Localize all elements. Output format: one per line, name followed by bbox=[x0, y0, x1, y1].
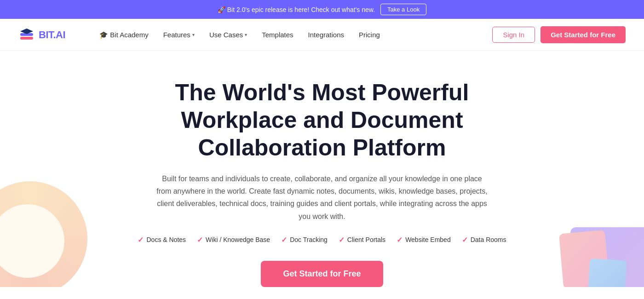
banner-text: 🚀 Bit 2.0's epic release is here! Check … bbox=[218, 6, 375, 13]
use-cases-chevron: ▾ bbox=[245, 32, 247, 37]
nav-getstarted-button[interactable]: Get Started for Free bbox=[540, 26, 626, 43]
nav-item-bit-academy[interactable]: 🎓 Bit Academy bbox=[93, 27, 155, 43]
nav-item-features[interactable]: Features ▾ bbox=[157, 27, 201, 42]
deco-shapes-right bbox=[534, 200, 644, 287]
logo-text: BIT.AI bbox=[39, 29, 65, 41]
nav-links: 🎓 Bit Academy Features ▾ Use Cases ▾ Tem… bbox=[93, 27, 492, 43]
logo[interactable]: BIT.AI bbox=[18, 27, 65, 43]
features-chevron: ▾ bbox=[192, 32, 195, 37]
svg-rect-0 bbox=[20, 37, 33, 40]
feature-wiki-kb: ✓ Wiki / Knowedge Base bbox=[197, 236, 270, 244]
hero-section: The World's Most Powerful Workplace and … bbox=[0, 51, 644, 287]
nav-item-templates[interactable]: Templates bbox=[255, 27, 299, 42]
nav-actions: Sign In Get Started for Free bbox=[492, 26, 626, 43]
check-icon-portals: ✓ bbox=[339, 236, 345, 244]
check-icon-wiki: ✓ bbox=[197, 236, 203, 244]
signin-button[interactable]: Sign In bbox=[492, 27, 535, 43]
banner-cta-button[interactable]: Take a Look bbox=[380, 4, 426, 15]
main-navbar: BIT.AI 🎓 Bit Academy Features ▾ Use Case… bbox=[0, 19, 644, 51]
nav-item-integrations[interactable]: Integrations bbox=[302, 27, 351, 42]
features-list: ✓ Docs & Notes ✓ Wiki / Knowedge Base ✓ … bbox=[115, 236, 529, 244]
check-icon-embed: ✓ bbox=[397, 236, 402, 244]
deco-shape-blue bbox=[588, 259, 627, 287]
hero-content: The World's Most Powerful Workplace and … bbox=[115, 79, 529, 287]
check-icon-tracking: ✓ bbox=[281, 236, 287, 244]
nav-item-pricing[interactable]: Pricing bbox=[352, 27, 386, 42]
hero-subtitle: Built for teams and individuals to creat… bbox=[156, 172, 488, 223]
feature-website-embed: ✓ Website Embed bbox=[397, 236, 451, 244]
feature-docs-notes: ✓ Docs & Notes bbox=[138, 236, 186, 244]
logo-icon bbox=[18, 27, 35, 43]
feature-client-portals: ✓ Client Portals bbox=[339, 236, 385, 244]
hero-title: The World's Most Powerful Workplace and … bbox=[115, 79, 529, 161]
check-icon-docs: ✓ bbox=[138, 236, 144, 244]
nav-item-use-cases[interactable]: Use Cases ▾ bbox=[203, 27, 253, 42]
hero-cta-button[interactable]: Get Started for Free bbox=[261, 261, 383, 287]
announcement-banner: 🚀 Bit 2.0's epic release is here! Check … bbox=[0, 0, 644, 19]
feature-doc-tracking: ✓ Doc Tracking bbox=[281, 236, 328, 244]
check-icon-data-rooms: ✓ bbox=[462, 236, 468, 244]
feature-data-rooms: ✓ Data Rooms bbox=[462, 236, 506, 244]
